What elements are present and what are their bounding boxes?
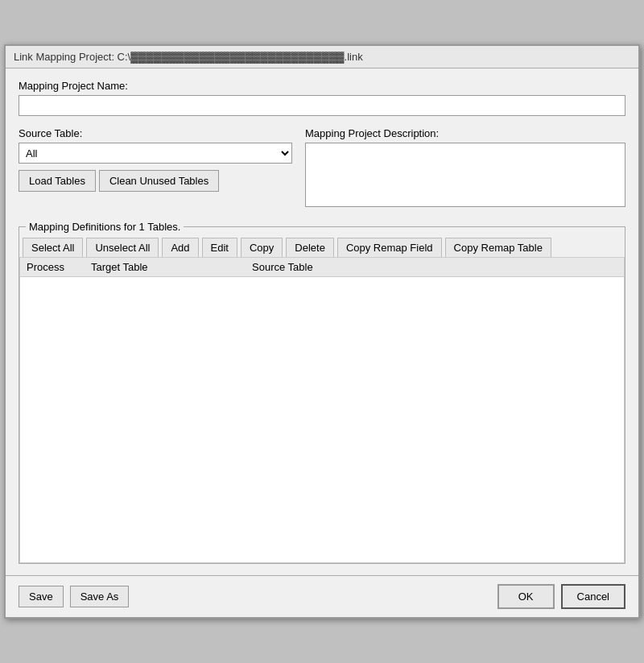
source-table-select[interactable]: All — [19, 143, 292, 164]
footer-bar: Save Save As OK Cancel — [6, 575, 638, 617]
mapping-definitions-group: Mapping Definitions for 1 Tables. Select… — [19, 221, 625, 564]
col-header-process: Process — [27, 261, 91, 273]
source-table-label: Source Table: — [19, 127, 292, 139]
mapping-project-description-label: Mapping Project Description: — [305, 127, 625, 139]
main-window: Link Mapping Project: C:\▓▓▓▓▓▓▓▓▓▓▓▓▓▓▓… — [4, 44, 640, 619]
mapping-toolbar: Select All Unselect All Add Edit Copy De… — [19, 233, 625, 257]
clean-unused-tables-button[interactable]: Clean Unused Tables — [99, 170, 219, 192]
table-header-row: Process Target Table Source Table — [20, 258, 624, 277]
ok-button[interactable]: OK — [497, 584, 555, 609]
save-button[interactable]: Save — [19, 586, 64, 607]
delete-button[interactable]: Delete — [286, 238, 334, 257]
mapping-project-description-input[interactable] — [305, 143, 625, 207]
title-bar: Link Mapping Project: C:\▓▓▓▓▓▓▓▓▓▓▓▓▓▓▓… — [6, 46, 638, 68]
unselect-all-button[interactable]: Unselect All — [86, 238, 159, 257]
col-header-target: Target Table — [91, 261, 252, 273]
save-as-button[interactable]: Save As — [70, 586, 130, 607]
edit-button[interactable]: Edit — [202, 238, 237, 257]
mapping-definitions-legend: Mapping Definitions for 1 Tables. — [26, 221, 184, 233]
table-body — [20, 277, 624, 551]
col-header-source: Source Table — [252, 261, 617, 273]
add-button[interactable]: Add — [162, 238, 198, 257]
copy-button[interactable]: Copy — [241, 238, 283, 257]
mapping-project-name-input[interactable] — [19, 95, 625, 116]
title-text: Link Mapping Project: C:\▓▓▓▓▓▓▓▓▓▓▓▓▓▓▓… — [14, 51, 363, 63]
mapping-project-name-label: Mapping Project Name: — [19, 80, 625, 92]
cancel-button[interactable]: Cancel — [561, 584, 625, 609]
mapping-table: Process Target Table Source Table — [19, 257, 625, 563]
select-all-button[interactable]: Select All — [23, 238, 83, 257]
load-tables-button[interactable]: Load Tables — [19, 170, 96, 192]
copy-remap-field-button[interactable]: Copy Remap Field — [337, 238, 442, 257]
copy-remap-table-button[interactable]: Copy Remap Table — [445, 238, 551, 257]
